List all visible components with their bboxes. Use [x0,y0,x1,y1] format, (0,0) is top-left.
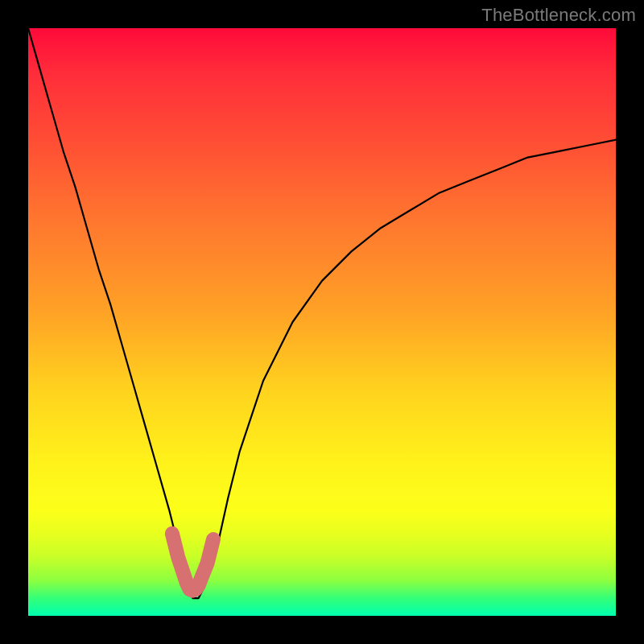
curve-svg [28,28,616,616]
watermark-text: TheBottleneck.com [481,5,636,26]
highlight-coral-segment [172,534,213,591]
chart-frame: TheBottleneck.com [0,0,644,644]
plot-area [28,28,616,616]
bottleneck-curve [28,28,616,598]
